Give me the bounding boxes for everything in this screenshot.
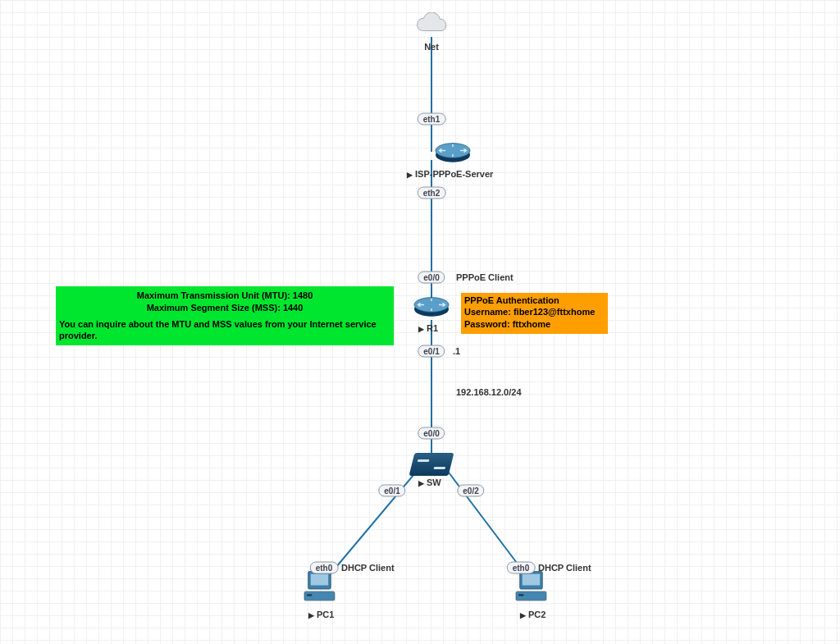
port-r1-e00: e0/0 <box>418 272 445 284</box>
switch-icon <box>409 453 454 476</box>
subnet-label: 192.168.12.0/24 <box>456 387 522 397</box>
pc1-dhcp-label: DHCP Client <box>341 563 395 573</box>
auth-user: Username: fiber123@fttxhome <box>464 306 605 317</box>
pc1-label: PC1 <box>308 610 340 619</box>
host-pc2[interactable]: PC2 <box>514 569 551 619</box>
svg-rect-14 <box>307 594 312 596</box>
port-r1-e01: e0/1 <box>418 345 445 358</box>
topology-canvas[interactable]: Net ISP-PPPoE-Server R1 SW <box>0 0 840 644</box>
router-icon <box>433 139 472 164</box>
isp-label: ISP-PPPoE-Server <box>407 169 493 179</box>
router-isp[interactable]: ISP-PPPoE-Server <box>412 139 493 179</box>
port-isp-eth1: eth1 <box>418 113 446 126</box>
port-sw-e02: e0/2 <box>457 485 484 497</box>
port-sw-e01: e0/1 <box>378 485 405 497</box>
port-pc1-eth0: eth0 <box>310 562 339 574</box>
cloud-net[interactable]: Net <box>412 12 451 52</box>
pc-icon <box>302 569 340 605</box>
auth-pass: Password: fttxhome <box>464 318 605 330</box>
mtu-mss-note[interactable]: Maximum Transmission Unit (MTU): 1480 Ma… <box>56 286 394 345</box>
pc2-dhcp-label: DHCP Client <box>538 563 591 573</box>
port-pc2-eth0: eth0 <box>507 562 536 574</box>
auth-title: PPPoE Authentication <box>464 295 605 306</box>
pc-icon <box>514 569 551 605</box>
r1-label: R1 <box>418 323 451 333</box>
pppoe-client-label: PPPoE Client <box>456 272 514 282</box>
mss-line: Maximum Segment Size (MSS): 1440 <box>59 302 390 313</box>
port-isp-eth2: eth2 <box>418 187 446 199</box>
router-icon <box>412 294 451 318</box>
host-pc1[interactable]: PC1 <box>302 569 340 619</box>
mtu-line: Maximum Transmission Unit (MTU): 1480 <box>59 290 390 301</box>
net-label: Net <box>412 42 451 52</box>
cloud-icon <box>412 12 451 37</box>
pc2-label: PC2 <box>520 610 551 619</box>
pppoe-credentials-note[interactable]: PPPoE Authentication Username: fiber123@… <box>461 293 608 334</box>
router-r1[interactable]: R1 <box>412 294 451 333</box>
svg-rect-12 <box>311 574 328 586</box>
mtu-hint: You can inquire about the MTU and MSS va… <box>59 318 390 342</box>
port-sw-e00: e0/0 <box>418 427 445 440</box>
svg-rect-16 <box>523 574 540 586</box>
switch-sw[interactable]: SW <box>412 453 451 487</box>
r1-host-ip: .1 <box>453 346 460 356</box>
sw-label: SW <box>418 477 451 487</box>
svg-rect-18 <box>518 594 523 596</box>
